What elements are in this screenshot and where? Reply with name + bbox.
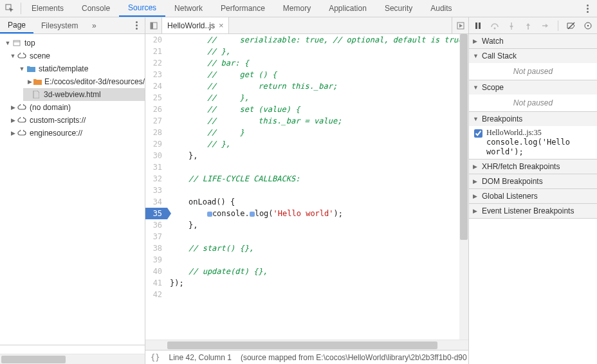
section-scope: ▼ Scope Not paused — [469, 80, 597, 112]
chevron-down-icon: ▼ — [473, 53, 479, 59]
tree-domain-customscripts[interactable]: ▶ custom-scripts:// — [5, 114, 145, 127]
deactivate-breakpoints-icon[interactable] — [566, 21, 576, 31]
main-menu-icon[interactable] — [578, 0, 597, 17]
line-number[interactable]: 40 — [145, 266, 167, 277]
scrollbar-thumb[interactable] — [460, 34, 468, 240]
line-number-breakpoint[interactable]: 35 — [145, 208, 167, 219]
step-out-icon[interactable] — [523, 21, 533, 31]
editor-h-scrollbar[interactable] — [145, 340, 468, 350]
breakpoint-checkbox[interactable] — [474, 129, 482, 138]
section-header[interactable]: ▶ Global Listeners — [469, 189, 597, 203]
section-header[interactable]: ▶ Watch — [469, 34, 597, 48]
section-header[interactable]: ▼ Call Stack — [469, 49, 597, 63]
tree-label: E:/cocos/editor-3d/resources/ — [44, 77, 145, 86]
chevron-down-icon: ▼ — [473, 116, 479, 122]
step-over-icon[interactable] — [490, 21, 500, 31]
tab-elements[interactable]: Elements — [23, 0, 73, 17]
tab-memory[interactable]: Memory — [274, 0, 320, 17]
tab-sources[interactable]: Sources — [119, 0, 165, 17]
editor-status-bar: {} Line 42, Column 1 (source mapped from… — [145, 350, 468, 364]
svg-rect-1 — [14, 41, 20, 46]
editor-v-scrollbar[interactable] — [459, 34, 468, 340]
tab-page[interactable]: Page — [0, 17, 33, 33]
code-editor[interactable]: // serializable: true, // optional, defa… — [167, 34, 468, 340]
tree-domain-nodomain[interactable]: ▶ (no domain) — [5, 101, 145, 114]
line-number[interactable]: 28 — [145, 127, 167, 138]
chevron-down-icon: ▼ — [4, 40, 12, 46]
pause-on-exceptions-icon[interactable] — [583, 21, 593, 31]
line-number[interactable]: 22 — [145, 57, 167, 69]
tree-folder-resources[interactable]: ▶ E:/cocos/editor-3d/resources/ — [23, 75, 145, 88]
cursor-position: Line 42, Column 1 — [169, 353, 232, 362]
line-number[interactable]: 37 — [145, 231, 167, 242]
breakpoint-source: console.log('Hello world'); — [486, 138, 592, 157]
line-number[interactable]: 30 — [145, 150, 167, 161]
section-header[interactable]: ▶ Event Listener Breakpoints — [469, 204, 597, 218]
line-number[interactable]: 25 — [145, 92, 167, 104]
line-number[interactable]: 20 — [145, 34, 167, 46]
step-icon[interactable] — [540, 21, 550, 31]
section-header[interactable]: ▶ DOM Breakpoints — [469, 174, 597, 188]
tab-filesystem[interactable]: Filesystem — [33, 17, 86, 33]
line-number[interactable]: 21 — [145, 46, 167, 57]
navigator-h-scrollbar[interactable] — [0, 354, 145, 364]
line-number[interactable]: 27 — [145, 115, 167, 127]
tree-folder-static-template[interactable]: ▼ static/template — [14, 62, 145, 75]
scrollbar-thumb[interactable] — [167, 341, 437, 349]
navigator-panel: Page Filesystem » ▼ top ▼ scene — [0, 17, 145, 364]
svg-rect-7 — [475, 23, 477, 29]
tab-network[interactable]: Network — [165, 0, 212, 17]
section-title: XHR/fetch Breakpoints — [482, 162, 560, 171]
line-number[interactable]: 31 — [145, 161, 167, 173]
line-number[interactable]: 24 — [145, 80, 167, 92]
cloud-icon — [17, 130, 27, 136]
line-number[interactable]: 23 — [145, 69, 167, 80]
debugger-panel: ▶ Watch ▼ Call Stack Not paused ▼ Scope … — [469, 17, 597, 364]
navigator-more-tabs-icon[interactable]: » — [86, 17, 102, 33]
close-tab-icon[interactable]: × — [219, 21, 224, 30]
tree-domain-scene[interactable]: ▼ scene — [5, 50, 145, 62]
section-header[interactable]: ▼ Breakpoints — [469, 112, 597, 126]
tab-console[interactable]: Console — [73, 0, 119, 17]
line-number[interactable]: 42 — [145, 289, 167, 300]
devtools-main-tabs: Elements Console Sources Network Perform… — [0, 0, 597, 17]
tab-security[interactable]: Security — [376, 0, 421, 17]
line-number[interactable]: 38 — [145, 242, 167, 254]
section-xhr-breakpoints: ▶ XHR/fetch Breakpoints — [469, 159, 597, 174]
svg-point-11 — [511, 28, 512, 30]
svg-rect-17 — [587, 25, 589, 26]
breakpoint-row[interactable]: HelloWorld..js:35 console.log('Hello wor… — [469, 126, 597, 159]
pause-icon[interactable] — [473, 21, 483, 31]
pretty-print-icon[interactable]: {} — [151, 353, 160, 362]
tree-domain-enginesource[interactable]: ▶ enginesource:// — [5, 127, 145, 140]
line-number[interactable]: 34 — [145, 196, 167, 208]
section-header[interactable]: ▶ XHR/fetch Breakpoints — [469, 159, 597, 174]
line-number[interactable]: 36 — [145, 219, 167, 231]
chevron-right-icon: ▶ — [473, 208, 479, 214]
inspect-element-icon[interactable] — [0, 0, 19, 17]
tab-application[interactable]: Application — [320, 0, 376, 17]
editor-tab-helloworld[interactable]: HelloWorld..js × — [162, 17, 229, 33]
line-number[interactable]: 29 — [145, 138, 167, 150]
scrollbar-thumb[interactable] — [1, 356, 66, 363]
line-number[interactable]: 39 — [145, 254, 167, 266]
tab-audits[interactable]: Audits — [421, 0, 461, 17]
folder-icon — [26, 66, 36, 72]
tab-performance[interactable]: Performance — [212, 0, 274, 17]
line-number[interactable]: 26 — [145, 104, 167, 115]
callstack-empty-message: Not paused — [469, 63, 597, 80]
section-header[interactable]: ▼ Scope — [469, 80, 597, 95]
editor-tab-label: HelloWorld..js — [167, 21, 215, 30]
tree-top-frame[interactable]: ▼ top — [0, 37, 145, 50]
line-number[interactable]: 41 — [145, 277, 167, 289]
show-navigator-icon[interactable] — [145, 17, 162, 33]
line-number[interactable]: 33 — [145, 185, 167, 196]
navigator-menu-icon[interactable] — [128, 17, 145, 33]
line-number[interactable]: 32 — [145, 173, 167, 185]
line-gutter[interactable]: 2021222324252627282930313233343536373839… — [145, 34, 167, 340]
toggle-debugger-icon[interactable] — [452, 17, 468, 33]
tree-file-3d-webview[interactable]: 3d-webview.html — [23, 88, 145, 101]
scope-empty-message: Not paused — [469, 95, 597, 111]
step-into-icon[interactable] — [506, 21, 517, 31]
tree-label: static/template — [39, 64, 88, 73]
